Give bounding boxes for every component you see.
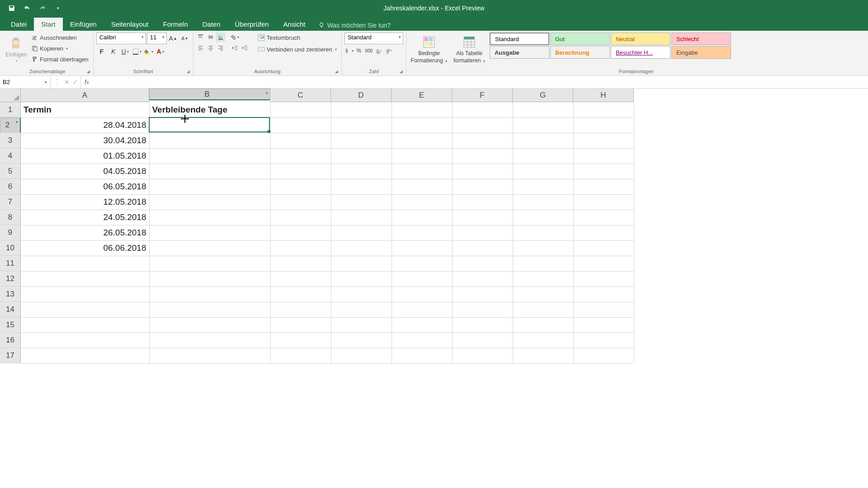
cell-D11[interactable] bbox=[331, 256, 392, 271]
accounting-format-button[interactable]: $▾ bbox=[344, 46, 354, 55]
cell-D14[interactable] bbox=[331, 302, 392, 317]
cell-D12[interactable] bbox=[331, 271, 392, 286]
cell-E5[interactable] bbox=[392, 164, 452, 179]
cell-G3[interactable] bbox=[513, 133, 573, 148]
decrease-font-button[interactable]: A▼ bbox=[179, 33, 190, 44]
font-name-select[interactable]: Calibri bbox=[96, 33, 146, 44]
cell-B6[interactable] bbox=[149, 179, 270, 194]
cell-A14[interactable] bbox=[21, 302, 149, 317]
style-schlecht[interactable]: Schlecht bbox=[671, 33, 731, 45]
undo-button[interactable] bbox=[21, 2, 33, 14]
cell-C11[interactable] bbox=[270, 256, 331, 271]
column-header-B[interactable]: B bbox=[149, 89, 270, 100]
cell-H14[interactable] bbox=[573, 302, 634, 317]
cell-H8[interactable] bbox=[573, 210, 634, 225]
row-header-1[interactable]: 1 bbox=[0, 102, 21, 117]
cell-H1[interactable] bbox=[573, 102, 634, 117]
cell-D10[interactable] bbox=[331, 240, 392, 256]
row-header-2[interactable]: 2 bbox=[0, 117, 21, 133]
cell-C9[interactable] bbox=[270, 225, 331, 240]
cell-F13[interactable] bbox=[452, 286, 513, 302]
decrease-indent-button[interactable] bbox=[231, 43, 240, 52]
paste-button[interactable]: Einfügen ▾ bbox=[5, 33, 28, 66]
cell-F6[interactable] bbox=[452, 179, 513, 194]
row-header-15[interactable]: 15 bbox=[0, 317, 21, 333]
row-header-12[interactable]: 12 bbox=[0, 271, 21, 286]
cell-E13[interactable] bbox=[392, 286, 452, 302]
cell-A1[interactable]: Termin bbox=[21, 102, 149, 117]
row-header-14[interactable]: 14 bbox=[0, 302, 21, 317]
cell-C1[interactable] bbox=[270, 102, 331, 117]
cell-H2[interactable] bbox=[573, 117, 634, 133]
font-launcher[interactable]: ◢ bbox=[187, 69, 192, 75]
copy-button[interactable]: Kopieren ▾ bbox=[30, 43, 90, 53]
cell-F5[interactable] bbox=[452, 164, 513, 179]
increase-decimal-button[interactable]: .0.00 bbox=[374, 46, 383, 55]
cell-A17[interactable] bbox=[21, 348, 149, 363]
cell-C7[interactable] bbox=[270, 194, 331, 210]
cell-A6[interactable]: 06.05.2018 bbox=[21, 179, 149, 194]
cell-C16[interactable] bbox=[270, 333, 331, 348]
column-header-E[interactable]: E bbox=[392, 89, 452, 102]
cell-F8[interactable] bbox=[452, 210, 513, 225]
cell-A3[interactable]: 30.04.2018 bbox=[21, 133, 149, 148]
cell-A9[interactable]: 26.05.2018 bbox=[21, 225, 149, 240]
cell-A5[interactable]: 04.05.2018 bbox=[21, 164, 149, 179]
italic-button[interactable]: K bbox=[108, 46, 119, 57]
cell-B12[interactable] bbox=[149, 271, 270, 286]
style-ausgabe[interactable]: Ausgabe bbox=[490, 46, 549, 59]
cell-G10[interactable] bbox=[513, 240, 573, 256]
clipboard-launcher[interactable]: ◢ bbox=[87, 69, 92, 75]
cell-C15[interactable] bbox=[270, 317, 331, 333]
cell-F15[interactable] bbox=[452, 317, 513, 333]
align-right-button[interactable] bbox=[216, 43, 225, 52]
cell-G6[interactable] bbox=[513, 179, 573, 194]
row-header-10[interactable]: 10 bbox=[0, 240, 21, 256]
cell-G14[interactable] bbox=[513, 302, 573, 317]
cell-D5[interactable] bbox=[331, 164, 392, 179]
align-center-button[interactable] bbox=[206, 43, 215, 52]
cell-G4[interactable] bbox=[513, 148, 573, 164]
cell-D17[interactable] bbox=[331, 348, 392, 363]
cell-E14[interactable] bbox=[392, 302, 452, 317]
wrap-text-button[interactable]: Textumbruch bbox=[256, 33, 339, 42]
cell-C4[interactable] bbox=[270, 148, 331, 164]
cell-B5[interactable] bbox=[149, 164, 270, 179]
tab-formeln[interactable]: Formeln bbox=[156, 18, 195, 31]
row-header-6[interactable]: 6 bbox=[0, 179, 21, 194]
cell-C8[interactable] bbox=[270, 210, 331, 225]
row-header-7[interactable]: 7 bbox=[0, 194, 21, 210]
cell-G9[interactable] bbox=[513, 225, 573, 240]
tab-ansicht[interactable]: Ansicht bbox=[276, 18, 313, 31]
cell-E6[interactable] bbox=[392, 179, 452, 194]
cell-F2[interactable] bbox=[452, 117, 513, 133]
cell-G17[interactable] bbox=[513, 348, 573, 363]
style-berechnung[interactable]: Berechnung bbox=[550, 46, 610, 59]
cell-G16[interactable] bbox=[513, 333, 573, 348]
cell-F9[interactable] bbox=[452, 225, 513, 240]
cell-styles-gallery[interactable]: Standard Gut Neutral Schlecht Ausgabe Be… bbox=[490, 33, 731, 59]
cell-D13[interactable] bbox=[331, 286, 392, 302]
cell-E10[interactable] bbox=[392, 240, 452, 256]
cell-E4[interactable] bbox=[392, 148, 452, 164]
cell-A12[interactable] bbox=[21, 271, 149, 286]
cell-G15[interactable] bbox=[513, 317, 573, 333]
formula-input[interactable] bbox=[93, 76, 868, 88]
cell-E3[interactable] bbox=[392, 133, 452, 148]
cell-C6[interactable] bbox=[270, 179, 331, 194]
cell-G12[interactable] bbox=[513, 271, 573, 286]
orientation-button[interactable]: ab▾ bbox=[231, 33, 240, 42]
cell-H9[interactable] bbox=[573, 225, 634, 240]
align-bottom-button[interactable] bbox=[216, 33, 225, 42]
tab-einfuegen[interactable]: Einfügen bbox=[63, 18, 104, 31]
cell-G13[interactable] bbox=[513, 286, 573, 302]
column-header-G[interactable]: G bbox=[513, 89, 573, 102]
spreadsheet-grid[interactable]: ABCDEFGH 1234567891011121314151617 Termi… bbox=[0, 89, 868, 488]
column-header-D[interactable]: D bbox=[331, 89, 392, 102]
cell-C14[interactable] bbox=[270, 302, 331, 317]
cell-B3[interactable] bbox=[149, 133, 270, 148]
row-header-11[interactable]: 11 bbox=[0, 256, 21, 271]
row-header-13[interactable]: 13 bbox=[0, 286, 21, 302]
cell-A7[interactable]: 12.05.2018 bbox=[21, 194, 149, 210]
font-color-button[interactable]: A▾ bbox=[155, 46, 166, 57]
